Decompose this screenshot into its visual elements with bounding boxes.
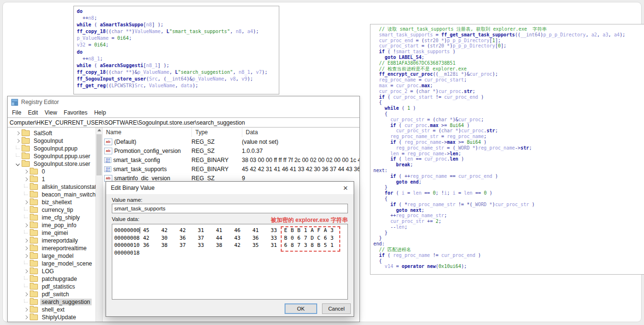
code-line: while ( aSmartTaskSuppo[n8] ); — [77, 22, 276, 28]
tree-item-SalSoft[interactable]: SalSoft — [8, 129, 102, 137]
hex-byte: 33 — [271, 235, 277, 241]
tree-guide-line — [24, 184, 28, 187]
tree-item-imereportdaily[interactable]: imereportdaily — [8, 237, 102, 244]
chevron-right-icon[interactable] — [15, 131, 19, 135]
chevron-down-icon[interactable] — [15, 162, 19, 166]
ascii-char: 1 — [331, 242, 334, 248]
value-row-smart_task_config[interactable]: 110 011smart_task_configREG_BINARY38 03 … — [103, 155, 359, 164]
hex-byte: 43 — [234, 235, 240, 241]
code-line: cur_proc_end = (str20 *)p_p_p_Directory[… — [373, 38, 644, 44]
tree-item-ShiplyUpdate[interactable]: ShiplyUpdate — [8, 313, 102, 321]
code-line: ff_SogouInput_store_user(Src, (__int64)&… — [77, 76, 276, 82]
tree-item-large_model[interactable]: large_model — [8, 252, 102, 260]
hex-byte: 33 — [198, 242, 204, 248]
cancel-button[interactable]: Cancel — [322, 303, 351, 314]
tree-item-shell_ext[interactable]: shell_ext — [8, 306, 102, 313]
ascii-char: 6 — [298, 235, 301, 241]
tree-item-label: search_suggestion — [40, 299, 92, 305]
ascii-char: 8 — [310, 242, 314, 248]
tree-item-imereportrealtime[interactable]: imereportrealtime — [8, 244, 102, 252]
tree-item-ime_cfg_shiply[interactable]: ime_cfg_shiply — [8, 214, 102, 221]
tree-item-LOG[interactable]: LOG — [8, 267, 102, 275]
code-line: ff_copy_18((char **)ValueName, L"smart_t… — [77, 28, 276, 35]
code-line: break; — [373, 162, 644, 168]
tree-item-large_model_scene[interactable]: large_model_scene — [8, 260, 102, 267]
folder-icon — [30, 276, 38, 282]
tree-item-SogouInput.ppup.user[interactable]: SogouInput.ppup.user — [8, 152, 102, 160]
chevron-right-icon[interactable] — [24, 254, 27, 258]
value-name-input[interactable]: smart_task_supports — [112, 204, 348, 213]
column-header-name[interactable]: Name — [103, 128, 191, 137]
tree-scrollbar[interactable] — [95, 128, 102, 322]
chevron-right-icon[interactable] — [24, 308, 27, 312]
tree-item-ime_qimei[interactable]: ime_qimei — [8, 229, 102, 237]
column-header-data[interactable]: Data — [242, 128, 359, 137]
close-icon[interactable]: ✕ — [337, 182, 354, 194]
value-type: REG_SZ — [191, 175, 242, 182]
menu-item-edit[interactable]: Edit — [28, 109, 38, 116]
tree-guide-line — [24, 207, 28, 210]
value-row-(Default)[interactable]: ab(Default)REG_SZ(value not set) — [103, 137, 359, 146]
tree-item-allskin_statusiconstatistics[interactable]: allskin_statusiconstatistics — [8, 183, 102, 191]
tree-item-SogouInput.ppup[interactable]: SogouInput.ppup — [8, 145, 102, 152]
ascii-char: B — [284, 235, 287, 241]
value-name: Promotion_config_version — [114, 148, 181, 154]
folder-icon — [30, 222, 38, 228]
code-line: cur_proc_2 = (char *)cur_proc.str; — [373, 89, 644, 94]
chevron-right-icon[interactable] — [24, 292, 27, 296]
chevron-right-icon[interactable] — [24, 246, 27, 250]
tree-item-SogouInput.store.user[interactable]: SogouInput.store.user — [8, 160, 102, 168]
tree-item-beacon_main_switch[interactable]: beacon_main_switch — [8, 191, 102, 198]
tree-item-pdf_statistics[interactable]: pdf_statistics — [8, 283, 102, 290]
tree-item-label: imereportrealtime — [40, 245, 88, 252]
chevron-right-icon[interactable] — [24, 315, 27, 319]
ok-button[interactable]: OK — [285, 303, 317, 314]
menu-item-favorites[interactable]: Favorites — [64, 109, 87, 116]
value-row-smart_task_supports[interactable]: 110 011smart_task_supportsREG_BINARY45 4… — [103, 164, 359, 174]
registry-tree-pane: SalSoftSogouInputSogouInput.ppupSogouInp… — [8, 128, 102, 322]
tree-item-biz_shellext[interactable]: biz_shellext — [8, 198, 102, 206]
registry-title-bar[interactable]: Registry Editor — [8, 96, 359, 108]
chevron-right-icon[interactable] — [24, 177, 27, 181]
code-line: ++n8; — [77, 15, 276, 22]
tree-item-pdf_switch[interactable]: pdf_switch — [8, 290, 102, 298]
code-line: goto LABEL_54; — [373, 55, 644, 60]
hex-rows: 000000004542423141464133EBB1AFA300000008… — [112, 227, 347, 256]
code-line: { — [373, 196, 644, 202]
chevron-right-icon[interactable] — [15, 139, 19, 143]
folder-icon — [22, 161, 30, 167]
hex-editor[interactable]: 000000004542423141464133EBB1AFA300000008… — [112, 224, 348, 300]
folder-icon — [30, 238, 38, 244]
dialog-title-bar[interactable]: Edit Binary Value ✕ — [106, 182, 354, 194]
ascii-char: 1 — [304, 227, 307, 233]
tree-item-patchupgrade[interactable]: patchupgrade — [8, 275, 102, 283]
tree-item-SogouInput[interactable]: SogouInput — [8, 137, 102, 145]
chevron-right-icon[interactable] — [24, 200, 27, 204]
menu-item-file[interactable]: File — [12, 109, 21, 116]
column-header-type[interactable]: Type — [191, 128, 242, 137]
tree-guide-line — [24, 284, 28, 287]
code-line: goto end; — [373, 179, 644, 185]
menu-item-help[interactable]: Help — [94, 109, 106, 116]
reg-sz-icon: ab — [104, 148, 112, 154]
scroll-up-arrow-icon[interactable] — [97, 129, 101, 131]
chevron-right-icon[interactable] — [24, 269, 27, 273]
folder-icon — [30, 268, 38, 274]
tree-item-0[interactable]: 0 — [8, 168, 102, 175]
tree-item-1[interactable]: 1 — [8, 175, 102, 183]
code-line: cur_proc_str += 2; — [373, 219, 644, 224]
ascii-char: B — [317, 242, 321, 248]
menu-item-view[interactable]: View — [45, 109, 57, 116]
chevron-right-icon[interactable] — [24, 223, 27, 227]
tree-item-ime_pop_info[interactable]: ime_pop_info — [8, 221, 102, 229]
tree-item-search_suggestion[interactable]: search_suggestion — [8, 298, 102, 306]
ascii-char: 3 — [304, 242, 307, 248]
tree-item-currency_tip[interactable]: currency_tip — [8, 206, 102, 214]
folder-icon — [30, 307, 38, 313]
chevron-right-icon[interactable] — [24, 239, 27, 243]
folder-icon — [22, 153, 30, 159]
chevron-right-icon[interactable] — [24, 170, 27, 174]
value-row-Promotion_config_version[interactable]: abPromotion_config_versionREG_SZ1.0.0.37 — [103, 146, 359, 155]
address-bar[interactable]: Computer\HKEY_CURRENT_USER\SOFTWARE\Sogo… — [8, 117, 359, 128]
scrollbar-thumb[interactable] — [96, 134, 102, 175]
